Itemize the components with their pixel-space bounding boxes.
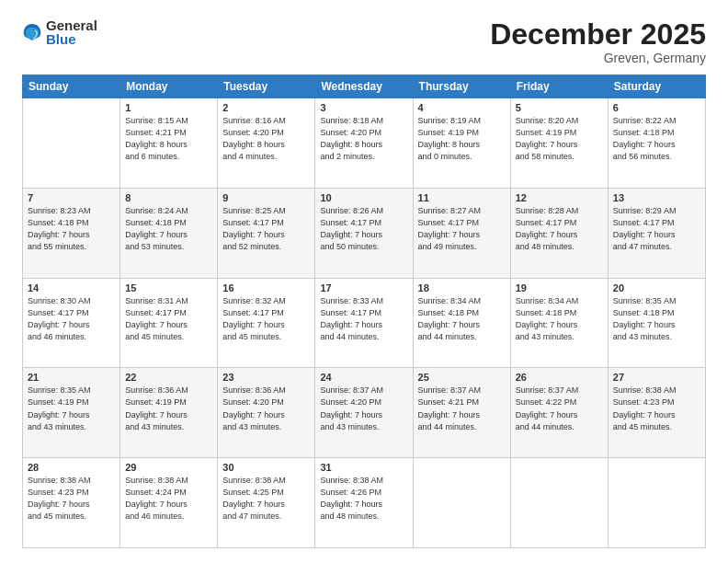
day-detail: Sunrise: 8:34 AM Sunset: 4:18 PM Dayligh… — [516, 295, 603, 343]
calendar-week-2: 7Sunrise: 8:23 AM Sunset: 4:18 PM Daylig… — [23, 188, 706, 278]
day-number: 7 — [28, 192, 115, 203]
calendar-cell: 19Sunrise: 8:34 AM Sunset: 4:18 PM Dayli… — [510, 278, 608, 368]
calendar-cell: 25Sunrise: 8:37 AM Sunset: 4:21 PM Dayli… — [413, 368, 510, 458]
day-number: 3 — [320, 102, 407, 113]
day-number: 17 — [320, 282, 407, 293]
day-detail: Sunrise: 8:38 AM Sunset: 4:24 PM Dayligh… — [125, 475, 212, 523]
day-detail: Sunrise: 8:16 AM Sunset: 4:20 PM Dayligh… — [222, 115, 310, 163]
calendar-cell: 28Sunrise: 8:38 AM Sunset: 4:23 PM Dayli… — [23, 458, 120, 548]
calendar-cell: 23Sunrise: 8:36 AM Sunset: 4:20 PM Dayli… — [218, 368, 315, 458]
calendar-cell: 30Sunrise: 8:38 AM Sunset: 4:25 PM Dayli… — [218, 458, 315, 548]
calendar-cell — [510, 458, 608, 548]
day-detail: Sunrise: 8:37 AM Sunset: 4:21 PM Dayligh… — [418, 385, 506, 432]
col-saturday: Saturday — [608, 75, 705, 98]
day-detail: Sunrise: 8:32 AM Sunset: 4:17 PM Dayligh… — [222, 295, 310, 343]
month-title: December 2025 — [490, 18, 706, 51]
calendar-cell: 18Sunrise: 8:34 AM Sunset: 4:18 PM Dayli… — [413, 278, 510, 368]
day-detail: Sunrise: 8:38 AM Sunset: 4:23 PM Dayligh… — [28, 475, 115, 523]
col-thursday: Thursday — [413, 75, 510, 98]
col-wednesday: Wednesday — [315, 75, 413, 98]
calendar-cell: 22Sunrise: 8:36 AM Sunset: 4:19 PM Dayli… — [120, 368, 218, 458]
calendar-cell: 5Sunrise: 8:20 AM Sunset: 4:19 PM Daylig… — [510, 98, 608, 189]
calendar-cell: 7Sunrise: 8:23 AM Sunset: 4:18 PM Daylig… — [23, 188, 120, 278]
day-detail: Sunrise: 8:20 AM Sunset: 4:19 PM Dayligh… — [516, 115, 603, 163]
day-detail: Sunrise: 8:33 AM Sunset: 4:17 PM Dayligh… — [320, 295, 407, 343]
calendar-table: Sunday Monday Tuesday Wednesday Thursday… — [22, 75, 706, 548]
day-number: 8 — [125, 192, 212, 203]
day-number: 18 — [418, 282, 506, 293]
day-number: 20 — [613, 282, 700, 293]
calendar-cell: 26Sunrise: 8:37 AM Sunset: 4:22 PM Dayli… — [510, 368, 608, 458]
day-detail: Sunrise: 8:35 AM Sunset: 4:18 PM Dayligh… — [613, 295, 700, 343]
day-detail: Sunrise: 8:34 AM Sunset: 4:18 PM Dayligh… — [418, 295, 506, 343]
calendar-week-1: 1Sunrise: 8:15 AM Sunset: 4:21 PM Daylig… — [23, 98, 706, 189]
header: General Blue December 2025 Greven, Germa… — [22, 18, 706, 65]
day-number: 16 — [222, 282, 310, 293]
day-detail: Sunrise: 8:26 AM Sunset: 4:17 PM Dayligh… — [320, 205, 407, 253]
day-detail: Sunrise: 8:22 AM Sunset: 4:18 PM Dayligh… — [613, 115, 700, 163]
day-number: 25 — [418, 372, 506, 383]
logo: General Blue — [22, 18, 97, 46]
day-detail: Sunrise: 8:28 AM Sunset: 4:17 PM Dayligh… — [516, 205, 603, 253]
day-detail: Sunrise: 8:37 AM Sunset: 4:20 PM Dayligh… — [320, 385, 407, 432]
calendar-cell — [413, 458, 510, 548]
calendar-cell: 1Sunrise: 8:15 AM Sunset: 4:21 PM Daylig… — [120, 98, 218, 189]
day-number: 31 — [320, 462, 407, 473]
calendar-cell: 27Sunrise: 8:38 AM Sunset: 4:23 PM Dayli… — [608, 368, 705, 458]
logo-icon — [22, 22, 42, 42]
calendar-cell: 13Sunrise: 8:29 AM Sunset: 4:17 PM Dayli… — [608, 188, 705, 278]
day-detail: Sunrise: 8:27 AM Sunset: 4:17 PM Dayligh… — [418, 205, 506, 253]
day-number: 22 — [125, 372, 212, 383]
day-number: 14 — [28, 282, 115, 293]
day-number: 6 — [613, 102, 700, 113]
day-number: 4 — [418, 102, 506, 113]
day-number: 9 — [222, 192, 310, 203]
calendar-cell: 2Sunrise: 8:16 AM Sunset: 4:20 PM Daylig… — [218, 98, 315, 189]
calendar-cell: 17Sunrise: 8:33 AM Sunset: 4:17 PM Dayli… — [315, 278, 413, 368]
calendar-cell: 14Sunrise: 8:30 AM Sunset: 4:17 PM Dayli… — [23, 278, 120, 368]
calendar-page: General Blue December 2025 Greven, Germa… — [0, 0, 728, 563]
day-number: 1 — [125, 102, 212, 113]
col-tuesday: Tuesday — [218, 75, 315, 98]
calendar-week-5: 28Sunrise: 8:38 AM Sunset: 4:23 PM Dayli… — [23, 458, 706, 548]
day-detail: Sunrise: 8:38 AM Sunset: 4:26 PM Dayligh… — [320, 475, 407, 523]
day-detail: Sunrise: 8:29 AM Sunset: 4:17 PM Dayligh… — [613, 205, 700, 253]
day-detail: Sunrise: 8:35 AM Sunset: 4:19 PM Dayligh… — [28, 385, 115, 432]
day-detail: Sunrise: 8:38 AM Sunset: 4:23 PM Dayligh… — [613, 385, 700, 432]
day-detail: Sunrise: 8:38 AM Sunset: 4:25 PM Dayligh… — [222, 475, 310, 523]
day-number: 23 — [222, 372, 310, 383]
calendar-cell: 6Sunrise: 8:22 AM Sunset: 4:18 PM Daylig… — [608, 98, 705, 189]
calendar-cell: 8Sunrise: 8:24 AM Sunset: 4:18 PM Daylig… — [120, 188, 218, 278]
day-detail: Sunrise: 8:18 AM Sunset: 4:20 PM Dayligh… — [320, 115, 407, 163]
day-number: 15 — [125, 282, 212, 293]
col-sunday: Sunday — [23, 75, 120, 98]
day-number: 30 — [222, 462, 310, 473]
calendar-cell: 10Sunrise: 8:26 AM Sunset: 4:17 PM Dayli… — [315, 188, 413, 278]
location: Greven, Germany — [490, 51, 706, 65]
calendar-cell: 21Sunrise: 8:35 AM Sunset: 4:19 PM Dayli… — [23, 368, 120, 458]
calendar-week-3: 14Sunrise: 8:30 AM Sunset: 4:17 PM Dayli… — [23, 278, 706, 368]
calendar-cell: 24Sunrise: 8:37 AM Sunset: 4:20 PM Dayli… — [315, 368, 413, 458]
calendar-cell: 16Sunrise: 8:32 AM Sunset: 4:17 PM Dayli… — [218, 278, 315, 368]
day-number: 11 — [418, 192, 506, 203]
calendar-cell: 11Sunrise: 8:27 AM Sunset: 4:17 PM Dayli… — [413, 188, 510, 278]
calendar-cell: 12Sunrise: 8:28 AM Sunset: 4:17 PM Dayli… — [510, 188, 608, 278]
day-number: 13 — [613, 192, 700, 203]
day-number: 27 — [613, 372, 700, 383]
day-detail: Sunrise: 8:36 AM Sunset: 4:20 PM Dayligh… — [222, 385, 310, 432]
header-row: Sunday Monday Tuesday Wednesday Thursday… — [23, 75, 706, 98]
logo-text: General Blue — [46, 18, 97, 46]
day-number: 19 — [516, 282, 603, 293]
day-detail: Sunrise: 8:31 AM Sunset: 4:17 PM Dayligh… — [125, 295, 212, 343]
logo-general: General — [46, 18, 97, 32]
calendar-cell — [23, 98, 120, 189]
day-number: 26 — [516, 372, 603, 383]
day-detail: Sunrise: 8:19 AM Sunset: 4:19 PM Dayligh… — [418, 115, 506, 163]
day-number: 21 — [28, 372, 115, 383]
calendar-cell: 29Sunrise: 8:38 AM Sunset: 4:24 PM Dayli… — [120, 458, 218, 548]
day-detail: Sunrise: 8:36 AM Sunset: 4:19 PM Dayligh… — [125, 385, 212, 432]
day-detail: Sunrise: 8:24 AM Sunset: 4:18 PM Dayligh… — [125, 205, 212, 253]
calendar-cell: 15Sunrise: 8:31 AM Sunset: 4:17 PM Dayli… — [120, 278, 218, 368]
calendar-cell — [608, 458, 705, 548]
calendar-cell: 20Sunrise: 8:35 AM Sunset: 4:18 PM Dayli… — [608, 278, 705, 368]
